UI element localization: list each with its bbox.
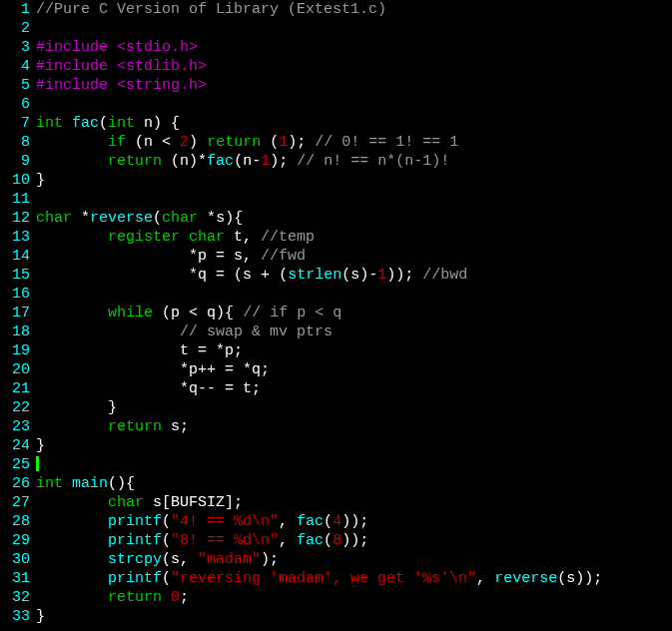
code-line[interactable]: 6 <box>0 95 672 114</box>
code-line[interactable]: 30 strcpy(s, "madam"); <box>0 550 672 569</box>
code-content[interactable]: register char t, //temp <box>36 228 315 247</box>
token-paren: ){ <box>216 305 243 321</box>
code-content[interactable]: char *reverse(char *s){ <box>36 209 243 228</box>
token-op: * <box>207 210 216 227</box>
code-content[interactable]: while (p < q){ // if p < q <box>36 304 341 322</box>
token-ident: p <box>171 305 189 321</box>
code-line[interactable]: 15 *q = (s + (strlen(s)-1)); //bwd <box>0 266 672 285</box>
code-line[interactable]: 29 printf("8! == %d\n", fac(8)); <box>0 531 672 550</box>
code-content[interactable]: #include <stdlib.h> <box>36 57 207 76</box>
code-line[interactable]: 24} <box>0 436 672 455</box>
token-type: char <box>108 494 144 511</box>
code-content[interactable] <box>36 455 39 474</box>
token-comment: //Pure C Version of Library (Extest1.c) <box>36 1 386 18</box>
code-line[interactable]: 31 printf("reversing 'madam', we get '%s… <box>0 569 672 588</box>
line-number: 2 <box>0 19 30 38</box>
code-line[interactable]: 25 <box>0 455 672 474</box>
code-line[interactable]: 10} <box>0 171 672 190</box>
code-line[interactable]: 5#include <string.h> <box>0 76 672 95</box>
code-content[interactable]: int main(){ <box>36 474 135 493</box>
code-content[interactable]: #include <string.h> <box>36 76 207 95</box>
token-ident: , <box>476 570 494 587</box>
token-paren: ( <box>162 513 171 530</box>
line-number: 1 <box>0 0 30 19</box>
code-line[interactable]: 1//Pure C Version of Library (Extest1.c) <box>0 0 672 19</box>
code-line[interactable]: 32 return 0; <box>0 588 672 607</box>
code-content[interactable]: return s; <box>36 417 189 436</box>
token-ident: s <box>216 210 225 227</box>
token-func: strlen <box>288 267 341 284</box>
code-line[interactable]: 4#include <stdlib.h> <box>0 57 672 76</box>
code-content[interactable]: char s[BUFSIZ]; <box>36 493 243 512</box>
token-func: printf <box>108 532 162 549</box>
code-line[interactable]: 20 *p++ = *q; <box>0 360 672 379</box>
code-line[interactable]: 16 <box>0 285 672 304</box>
token-func: strcpy <box>108 551 162 568</box>
code-content[interactable]: // swap & mv ptrs <box>36 322 333 341</box>
code-content[interactable]: printf("4! == %d\n", fac(4)); <box>36 512 368 531</box>
code-content[interactable]: if (n < 2) return (1); // 0! == 1! == 1 <box>36 133 458 152</box>
code-line[interactable]: 17 while (p < q){ // if p < q <box>0 304 672 322</box>
code-line[interactable]: 13 register char t, //temp <box>0 228 672 247</box>
code-line[interactable]: 14 *p = s, //fwd <box>0 247 672 266</box>
code-line[interactable]: 22 } <box>0 398 672 417</box>
code-line[interactable]: 8 if (n < 2) return (1); // 0! == 1! == … <box>0 133 672 152</box>
token-paren: )); <box>575 570 602 587</box>
code-content[interactable]: *q = (s + (strlen(s)-1)); //bwd <box>36 266 467 285</box>
code-content[interactable]: *q-- = t; <box>36 379 261 398</box>
code-line[interactable]: 2 <box>0 19 672 38</box>
token-paren: )); <box>341 532 368 549</box>
code-content[interactable]: } <box>36 436 45 455</box>
line-number: 11 <box>0 190 30 209</box>
token-ident <box>36 418 108 435</box>
line-number: 22 <box>0 398 30 417</box>
token-op: * <box>198 153 207 170</box>
code-content[interactable]: return 0; <box>36 588 189 607</box>
code-content[interactable]: } <box>36 607 45 626</box>
code-line[interactable]: 7int fac(int n) { <box>0 114 672 133</box>
code-content[interactable]: printf("8! == %d\n", fac(8)); <box>36 531 368 550</box>
token-op: < <box>189 305 207 321</box>
code-line[interactable]: 3#include <stdio.h> <box>0 38 672 57</box>
text-cursor <box>36 456 39 471</box>
token-op: * <box>180 380 189 397</box>
line-number: 31 <box>0 569 30 588</box>
token-ident: t; <box>243 380 261 397</box>
code-content[interactable]: } <box>36 171 45 190</box>
code-content[interactable]: *p = s, //fwd <box>36 247 306 266</box>
token-comment: //bwd <box>422 267 467 284</box>
code-line[interactable]: 19 t = *p; <box>0 341 672 360</box>
line-number: 20 <box>0 360 30 379</box>
token-keyword: return <box>108 418 162 435</box>
code-content[interactable]: //Pure C Version of Library (Extest1.c) <box>36 0 386 19</box>
line-number: 21 <box>0 379 30 398</box>
code-content[interactable]: t = *p; <box>36 341 243 360</box>
code-content[interactable]: int fac(int n) { <box>36 114 180 133</box>
code-content[interactable]: return (n)*fac(n-1); // n! == n*(n-1)! <box>36 152 449 171</box>
token-ident: s; <box>162 418 189 435</box>
code-content[interactable]: strcpy(s, "madam"); <box>36 550 279 569</box>
code-content[interactable]: } <box>36 398 117 417</box>
code-content[interactable]: printf("reversing 'madam', we get '%s'\n… <box>36 569 602 588</box>
token-ident <box>36 589 108 606</box>
code-line[interactable]: 18 // swap & mv ptrs <box>0 322 672 341</box>
code-line[interactable]: 27 char s[BUFSIZ]; <box>0 493 672 512</box>
code-line[interactable]: 12char *reverse(char *s){ <box>0 209 672 228</box>
token-ident <box>36 513 108 530</box>
token-op: -- = <box>198 380 243 397</box>
token-paren: )); <box>341 513 368 530</box>
code-line[interactable]: 9 return (n)*fac(n-1); // n! == n*(n-1)! <box>0 152 672 171</box>
token-incfile: <stdio.h> <box>117 39 198 56</box>
line-number: 6 <box>0 95 30 114</box>
code-line[interactable]: 26int main(){ <box>0 474 672 493</box>
code-content[interactable]: #include <stdio.h> <box>36 38 198 57</box>
code-line[interactable]: 28 printf("4! == %d\n", fac(4)); <box>0 512 672 531</box>
code-line[interactable]: 21 *q-- = t; <box>0 379 672 398</box>
token-ident: ; <box>180 589 189 606</box>
code-editor[interactable]: 1//Pure C Version of Library (Extest1.c)… <box>0 0 672 626</box>
code-line[interactable]: 23 return s; <box>0 417 672 436</box>
code-content[interactable]: *p++ = *q; <box>36 360 270 379</box>
token-op: - <box>368 267 377 284</box>
code-line[interactable]: 11 <box>0 190 672 209</box>
code-line[interactable]: 33} <box>0 607 672 626</box>
